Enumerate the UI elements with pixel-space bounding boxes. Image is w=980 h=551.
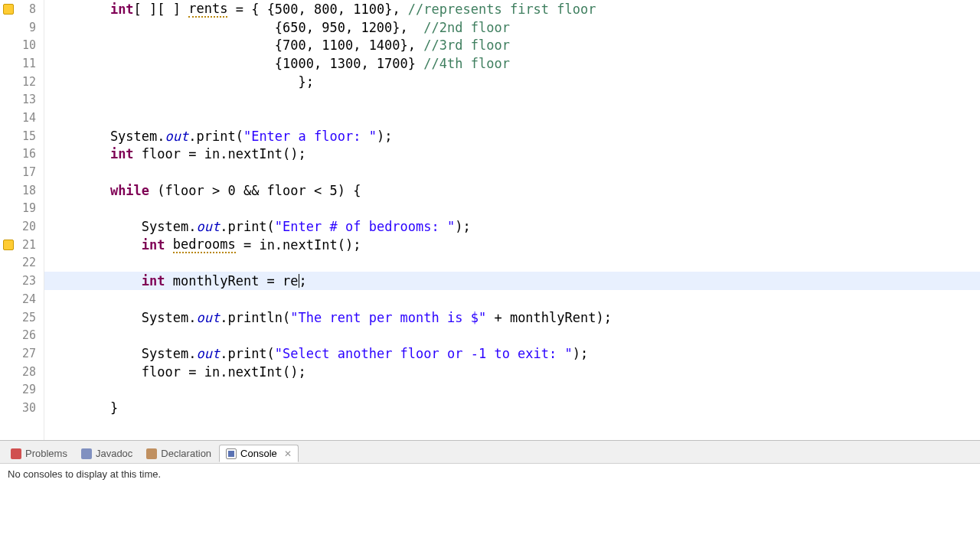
code-token: }; [47,74,314,90]
code-line[interactable] [44,163,980,181]
code-line[interactable]: System.out.print("Select another floor o… [44,344,980,363]
code-line[interactable]: int[ ][ ] rents = { {500, 800, 1100}, //… [44,0,980,18]
line-number: 21 [22,238,36,252]
code-line[interactable]: System.out.println("The rent per month i… [44,308,980,327]
code-line[interactable]: {700, 1100, 1400}, //3rd floor [44,36,980,54]
line-number: 13 [22,93,36,106]
code-token: "Select another floor or -1 to exit: " [275,346,573,361]
lightbulb-icon[interactable] [3,4,14,15]
gutter-row: 25 [0,308,44,327]
code-token: System. [47,310,196,325]
console-icon [226,448,237,459]
code-line[interactable]: {1000, 1300, 1700} //4th floor [44,54,980,73]
code-token [47,273,142,289]
code-token: "Enter a floor: " [243,129,377,144]
problems-icon [11,448,21,459]
code-line[interactable]: floor = in.nextInt(); [44,363,980,381]
bottom-panel: Problems Javadoc Declaration Console ✕ N… [0,440,980,551]
code-line[interactable]: int monthlyRent = re; [44,272,980,290]
code-line[interactable] [44,109,980,127]
code-token: rents [188,1,227,18]
console-empty-message: No consoles to display at this time. [8,468,161,480]
line-number: 20 [22,220,36,233]
tab-console[interactable]: Console ✕ [219,445,299,462]
code-token: .println( [220,310,290,325]
console-output: No consoles to display at this time. [0,464,980,551]
gutter-row: 21 [0,236,44,254]
gutter-row: 24 [0,290,44,308]
line-number: 28 [22,365,36,379]
gutter-row: 22 [0,254,44,272]
code-token: floor = in.nextInt(); [134,146,306,161]
code-token: } [47,400,118,416]
code-line[interactable] [44,200,980,218]
code-token: int [110,146,134,161]
code-token: .print( [220,346,275,361]
code-token: //4th floor [423,56,510,71]
code-editor[interactable]: 8910111213141516171819202122232425262728… [0,0,980,440]
code-line[interactable]: while (floor > 0 && floor < 5) { [44,181,980,200]
code-content[interactable]: int[ ][ ] rents = { {500, 800, 1100}, //… [44,0,980,440]
line-number-gutter: 8910111213141516171819202122232425262728… [0,0,44,440]
code-token [47,2,110,17]
code-line[interactable] [44,326,980,344]
tab-label: Javadoc [96,448,132,459]
code-line[interactable]: {650, 950, 1200}, //2nd floor [44,18,980,37]
line-number: 9 [29,21,36,34]
code-token: //represents first floor [408,2,596,17]
gutter-row: 26 [0,326,44,344]
code-line[interactable]: int bedrooms = in.nextInt(); [44,236,980,254]
gutter-row: 10 [0,36,44,54]
code-token: ); [573,346,588,361]
code-token: ; [299,273,307,289]
code-token: = { {500, 800, 1100}, [227,2,407,17]
line-number: 16 [22,147,36,161]
code-line[interactable]: System.out.print("Enter a floor: "); [44,127,980,145]
line-number: 14 [22,111,36,125]
code-line[interactable] [44,290,980,308]
code-line[interactable]: System.out.print("Enter # of bedrooms: "… [44,217,980,236]
line-number: 26 [22,328,36,342]
code-line[interactable]: } [44,399,980,417]
code-token: "Enter # of bedrooms: " [275,219,455,234]
code-line[interactable] [44,380,980,399]
code-token: int [110,2,134,17]
line-number: 25 [22,311,36,324]
line-number: 8 [29,2,36,16]
code-token: monthlyRent = re [165,273,299,289]
code-token: int [142,273,165,289]
code-token: out [165,129,189,144]
tab-problems[interactable]: Problems [5,445,74,461]
code-token: out [196,310,220,325]
code-token [47,183,110,198]
code-token: System. [47,219,196,234]
gutter-row: 30 [0,399,44,417]
gutter-row: 15 [0,127,44,145]
line-number: 17 [22,165,36,179]
code-token: (floor > 0 && floor < 5) { [149,183,361,198]
code-token: .print( [188,129,243,144]
tab-declaration[interactable]: Declaration [140,445,217,461]
code-token: {1000, 1300, 1700} [47,56,423,71]
code-line[interactable] [44,254,980,272]
gutter-row: 20 [0,217,44,236]
code-token: ); [377,129,392,144]
code-line[interactable]: int floor = in.nextInt(); [44,145,980,164]
tab-label: Declaration [161,448,211,459]
line-number: 15 [22,129,36,143]
gutter-row: 29 [0,380,44,399]
code-line[interactable]: }; [44,73,980,91]
code-token: floor = in.nextInt(); [47,364,306,380]
javadoc-icon [81,448,92,459]
lightbulb-icon[interactable] [3,240,14,250]
close-icon[interactable]: ✕ [284,448,292,459]
code-line[interactable] [44,90,980,109]
tab-javadoc[interactable]: Javadoc [75,445,139,461]
code-token: ); [455,219,470,234]
code-token: + monthlyRent); [486,310,612,325]
line-number: 22 [22,256,36,269]
code-token [47,237,142,253]
gutter-row: 28 [0,363,44,381]
gutter-row: 9 [0,18,44,37]
bottom-panel-tabs: Problems Javadoc Declaration Console ✕ [0,441,980,464]
